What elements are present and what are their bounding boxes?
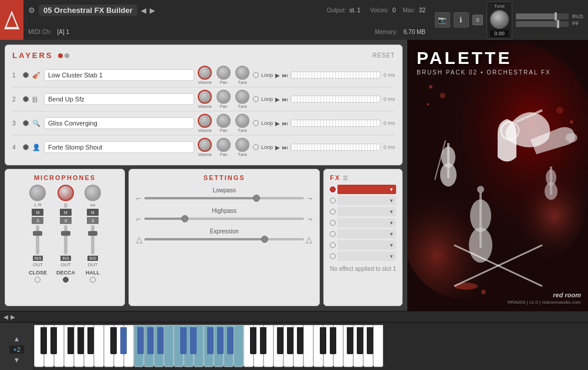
mic-hall-ins-btn[interactable]: INS [87,256,98,261]
lowpass-slider-track[interactable] [144,197,304,199]
black-key[interactable] [260,327,266,354]
master-vol-slider[interactable] [516,13,569,19]
layer-4-tune-knob[interactable] [235,138,249,152]
black-key[interactable] [67,327,74,354]
fx-slot-2-radio[interactable] [330,198,336,203]
layer-4-play-btn[interactable]: ▶ [275,144,280,151]
layer-3-play-btn[interactable]: ▶ [275,120,280,127]
layer-2-loop-radio[interactable] [253,96,259,102]
fx-slot-5-dropdown[interactable]: ▼ [337,229,396,239]
fx-slot-1-dropdown[interactable]: ▼ [337,185,396,194]
layer-2-tune-knob[interactable] [235,90,249,104]
mic-hall-fader-track[interactable] [91,225,94,254]
fx-slot-6-dropdown[interactable]: ▼ [337,240,396,250]
black-key[interactable] [207,327,214,354]
mic-hall-m-btn[interactable]: M [87,209,99,216]
mic-close-radio[interactable] [35,277,40,283]
highpass-slider-track[interactable] [144,218,304,220]
black-key[interactable] [157,327,164,354]
white-key[interactable] [164,325,174,367]
black-key[interactable] [120,327,127,354]
layer-4-skip-btn[interactable]: ⏭ [282,144,288,151]
black-key[interactable] [357,327,363,354]
layer-1-pan-knob[interactable] [217,66,231,80]
black-key[interactable] [297,327,303,354]
pitch-up-btn[interactable]: ▲ [13,335,21,343]
mic-decca-s-btn[interactable]: S [60,217,72,224]
mic-hall-radio[interactable] [90,277,96,283]
layer-1-name-input[interactable] [44,69,194,81]
black-key[interactable] [77,327,84,354]
white-key[interactable] [373,325,383,367]
layer-3-loop-radio[interactable] [253,120,259,126]
mic-close-m-btn[interactable]: M [32,209,43,216]
layer-2-radio[interactable] [23,96,29,102]
layer-2-name-input[interactable] [44,93,194,105]
layer-2-skip-btn[interactable]: ⏭ [282,96,288,103]
fx-slot-7-dropdown[interactable]: ▼ [337,252,396,261]
mic-decca-radio[interactable] [63,277,69,283]
layer-1-volume-knob[interactable] [198,66,212,80]
layer-1-skip-btn[interactable]: ⏭ [282,72,288,79]
camera-icon[interactable]: 📷 [435,12,450,28]
settings-icon[interactable]: ⚙ [28,6,35,15]
black-key[interactable] [367,327,373,354]
layer-3-radio[interactable] [23,120,29,126]
black-key[interactable] [277,327,283,354]
black-key[interactable] [287,327,293,354]
fx-slot-3-radio[interactable] [330,209,336,215]
mic-decca-m-btn[interactable]: M [60,209,72,216]
layer-3-timeline[interactable] [290,120,381,127]
white-key[interactable] [234,325,244,367]
layer-3-volume-knob[interactable] [198,114,212,128]
tune-knob[interactable] [490,10,509,29]
s-button[interactable]: S [472,15,483,25]
mic-close-knob[interactable] [29,185,46,201]
layer-2-play-btn[interactable]: ▶ [275,96,280,103]
reset-button[interactable]: RESET [373,52,395,59]
mic-close-fader-track[interactable] [36,225,39,254]
black-key[interactable] [180,327,187,354]
black-key[interactable] [50,327,57,354]
mic-decca-ins-btn[interactable]: INS [60,256,71,261]
layer-1-loop-radio[interactable] [253,72,259,78]
fx-slot-7-radio[interactable] [330,253,336,259]
white-key[interactable] [303,325,313,367]
black-key[interactable] [87,327,94,354]
black-key[interactable] [330,327,336,354]
layer-2-timeline[interactable] [290,96,381,103]
layer-4-name-input[interactable] [44,141,194,153]
black-key[interactable] [137,327,144,354]
layer-3-pan-knob[interactable] [217,114,231,128]
fx-slot-1-radio[interactable] [330,186,336,192]
white-key[interactable] [94,325,104,367]
black-key[interactable] [147,327,154,354]
black-key[interactable] [217,327,224,354]
layer-4-loop-radio[interactable] [253,144,259,150]
mic-decca-fader-track[interactable] [64,225,67,254]
layer-1-play-btn[interactable]: ▶ [275,72,280,79]
mic-close-ins-btn[interactable]: INS [33,256,43,261]
black-key[interactable] [320,327,326,354]
nav-prev-icon[interactable]: ◀ [141,6,146,15]
fx-slot-3-dropdown[interactable]: ▼ [337,207,396,216]
layer-4-timeline[interactable] [290,144,381,151]
status-left-arrow[interactable]: ◀ [4,314,8,320]
layer-1-tune-knob[interactable] [235,66,249,80]
expression-slider-track[interactable] [144,238,304,240]
mic-close-s-btn[interactable]: S [32,217,43,224]
black-key[interactable] [250,327,256,354]
black-key[interactable] [110,327,117,354]
mic-decca-fader-handle[interactable] [61,231,70,236]
black-key[interactable] [227,327,234,354]
layer-3-name-input[interactable] [44,117,194,129]
layer-1-timeline[interactable] [290,72,381,79]
pitch-down-btn[interactable]: ▼ [13,356,21,364]
fx-slot-4-dropdown[interactable]: ▼ [337,218,396,228]
fx-slot-6-radio[interactable] [330,242,336,248]
layer-4-radio[interactable] [23,144,29,150]
info-icon[interactable]: ℹ [454,12,469,28]
fx-slot-4-radio[interactable] [330,220,336,226]
master-vol-slider2[interactable] [516,21,569,27]
black-key[interactable] [347,327,353,354]
